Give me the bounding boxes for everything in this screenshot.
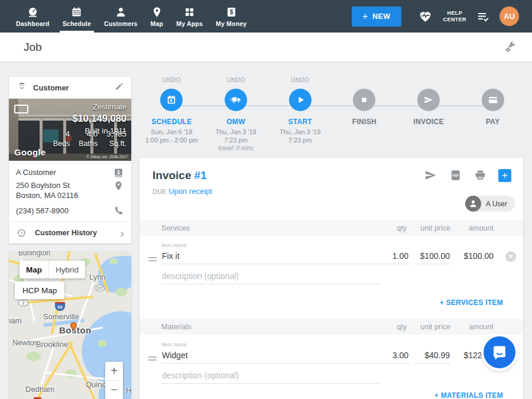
undo-link[interactable]: UNDO bbox=[291, 77, 309, 85]
play-icon bbox=[294, 94, 306, 106]
undo-link[interactable]: UNDO bbox=[163, 77, 181, 85]
undo-link[interactable]: UNDO bbox=[226, 77, 245, 85]
material-item-unit-price-input[interactable] bbox=[414, 349, 450, 364]
zestimate-value: $10,149,080 bbox=[72, 113, 126, 124]
map-pin-icon bbox=[151, 6, 163, 18]
edit-pencil-icon[interactable] bbox=[115, 82, 124, 93]
step-label: START bbox=[288, 118, 312, 126]
nav-item-dashboard[interactable]: Dashboard bbox=[9, 0, 56, 33]
customer-history-row[interactable]: Customer History › bbox=[9, 222, 131, 244]
beds-stat: 4Beds bbox=[53, 129, 70, 148]
job-settings-icon[interactable] bbox=[504, 41, 517, 54]
assigned-user-pill[interactable]: A User bbox=[465, 196, 515, 212]
zestimate-label: Zestimate bbox=[72, 102, 126, 111]
zoom-out-button[interactable]: − bbox=[105, 381, 123, 399]
nav-item-my-apps[interactable]: My Apps bbox=[170, 0, 209, 33]
sqft-label: Sq.ft. bbox=[106, 140, 126, 148]
service-item-name-input[interactable] bbox=[161, 249, 381, 264]
schedule-step-button[interactable] bbox=[160, 89, 183, 111]
customer-history-label: Customer History bbox=[35, 229, 97, 237]
add-services-item-link[interactable]: + SERVICES ITEM bbox=[440, 299, 503, 307]
due-value-link[interactable]: Upon receipt bbox=[168, 187, 212, 196]
nav-item-my-money[interactable]: $ My Money bbox=[209, 0, 253, 33]
contact-card-icon[interactable] bbox=[113, 167, 124, 178]
zoom-in-button[interactable]: + bbox=[105, 362, 123, 380]
invoice-actions: PDF + bbox=[424, 168, 511, 182]
nav-label: Dashboard bbox=[16, 20, 50, 27]
add-invoice-button[interactable]: + bbox=[498, 169, 511, 182]
beds-label: Beds bbox=[53, 140, 70, 148]
service-item-unit-price-input[interactable] bbox=[414, 249, 450, 264]
person-icon bbox=[115, 6, 127, 18]
new-button[interactable]: + NEW bbox=[352, 7, 401, 27]
send-icon bbox=[423, 94, 434, 106]
hcp-map-button[interactable]: HCP Map bbox=[15, 281, 64, 299]
zestimate-photo[interactable]: Zestimate $10,149,080 Built in 1911 4Bed… bbox=[9, 99, 131, 161]
phone-icon[interactable] bbox=[113, 205, 124, 216]
nav-item-map[interactable]: Map bbox=[144, 0, 170, 33]
step-label: INVOICE bbox=[413, 118, 443, 126]
app-screen: Dashboard Schedule Customers Map My Apps… bbox=[0, 0, 532, 399]
baths-stat: 4.0Baths bbox=[79, 129, 98, 148]
customer-card: Customer Zestimate $10,149,080 Built in … bbox=[9, 77, 131, 244]
service-item-qty-input[interactable] bbox=[381, 249, 409, 264]
heart-pulse-icon[interactable] bbox=[418, 9, 433, 24]
finish-step-button[interactable] bbox=[353, 89, 375, 111]
material-item-description-input[interactable] bbox=[161, 369, 381, 384]
map-label-somerville: Somerville bbox=[43, 312, 79, 321]
drag-handle[interactable] bbox=[148, 257, 157, 263]
nav-label: My Money bbox=[216, 20, 246, 27]
help-line1: HELP bbox=[447, 10, 462, 17]
material-item-name-input[interactable] bbox=[161, 349, 381, 364]
beds-value: 4 bbox=[53, 129, 70, 138]
invoice-number[interactable]: #1 bbox=[194, 169, 206, 181]
customer-card-header: Customer bbox=[9, 77, 131, 99]
omw-step-button[interactable] bbox=[225, 89, 247, 111]
unit-price-column-header: unit price bbox=[420, 323, 450, 331]
help-line2: CENTER bbox=[443, 17, 466, 23]
interstate-93-shield: 93 bbox=[55, 302, 65, 311]
map-type-map-button[interactable]: Map bbox=[20, 261, 48, 278]
invoice-step-button[interactable] bbox=[417, 89, 440, 111]
chat-support-button[interactable] bbox=[484, 336, 515, 368]
timeline-step-start: UNDO START Thu, Jan 3 '197:23 pm bbox=[268, 77, 332, 157]
pdf-icon[interactable]: PDF bbox=[449, 168, 462, 182]
start-step-button[interactable] bbox=[289, 89, 312, 111]
map-road bbox=[77, 276, 96, 326]
map-card[interactable]: 93 107 2 Burlington Lynn Somerville Bost… bbox=[9, 251, 131, 399]
step-label: PAY bbox=[486, 118, 500, 126]
stop-icon bbox=[358, 94, 370, 106]
user-avatar[interactable]: AU bbox=[499, 7, 519, 26]
timeline-step-schedule: UNDO SCHEDULE Sun, Jan 6 '191:00 pm - 2:… bbox=[140, 77, 204, 157]
amount-column-header: amount bbox=[469, 224, 494, 232]
apps-grid-icon bbox=[183, 6, 196, 18]
help-center-link[interactable]: HELP CENTER bbox=[443, 10, 466, 23]
location-pin-icon[interactable] bbox=[113, 180, 124, 192]
material-item-qty-input[interactable] bbox=[381, 349, 409, 364]
pay-step-button[interactable] bbox=[482, 89, 504, 111]
send-invoice-icon[interactable] bbox=[424, 168, 437, 182]
checklist-icon[interactable] bbox=[476, 9, 490, 24]
delete-service-item-button[interactable]: × bbox=[505, 251, 516, 262]
print-icon[interactable] bbox=[473, 168, 487, 182]
step-label: FINISH bbox=[352, 118, 377, 126]
step-date-line: 7:23 pm bbox=[280, 136, 320, 144]
invoice-card: Invoice#1 DUEUpon receipt PDF + A User S… bbox=[140, 158, 523, 399]
map-type-hybrid-button[interactable]: Hybrid bbox=[49, 261, 85, 278]
item-name-label: Item name bbox=[161, 342, 187, 348]
drag-handle[interactable] bbox=[148, 356, 157, 362]
sqft-stat: 3,985Sq.ft. bbox=[106, 129, 126, 148]
customer-phone-row: (234) 567-8900 bbox=[9, 202, 131, 219]
map-label-burlington: Burlington bbox=[18, 251, 50, 257]
nav-label: Customers bbox=[104, 20, 138, 27]
step-date: Thu, Jan 3 '197:23 pm bbox=[280, 128, 320, 144]
plus-icon: + bbox=[362, 11, 368, 21]
add-materials-item-link[interactable]: + MATERIALS ITEM bbox=[434, 391, 503, 399]
service-item-description-input[interactable] bbox=[161, 270, 381, 284]
map-park bbox=[98, 340, 107, 347]
nav-item-customers[interactable]: Customers bbox=[98, 0, 144, 33]
step-date-line: 1:00 pm - 2:00 pm bbox=[145, 136, 198, 144]
timeline-step-omw: UNDO OMW Thu, Jan 3 '197:23 pmtravel: 0 … bbox=[204, 77, 268, 157]
step-date-line: Sun, Jan 6 '19 bbox=[145, 128, 198, 136]
nav-item-schedule[interactable]: Schedule bbox=[56, 0, 98, 33]
